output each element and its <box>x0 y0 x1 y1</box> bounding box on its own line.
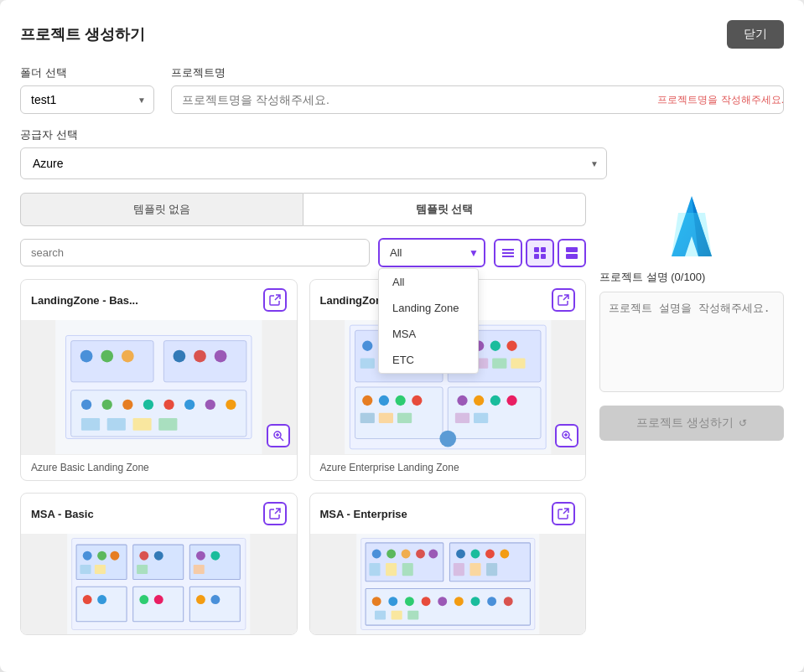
provider-section: 공급자 선택 Azure AWS GCP <box>20 127 784 179</box>
svg-rect-66 <box>360 413 374 423</box>
filter-option-all[interactable]: All <box>379 269 478 295</box>
svg-point-25 <box>184 400 195 410</box>
svg-point-61 <box>412 395 422 406</box>
project-name-error: 프로젝트명을 작성해주세요. <box>657 93 784 107</box>
project-desc-label: 프로젝트 설명 (0/100) <box>599 270 705 285</box>
filter-option-etc[interactable]: ETC <box>379 347 478 373</box>
svg-rect-80 <box>189 545 240 579</box>
template-card-header-3: MSA - Basic <box>21 494 297 534</box>
filter-select[interactable]: All Landing Zone MSA ETC <box>378 238 485 267</box>
zoom-icon-1[interactable] <box>267 424 290 447</box>
svg-point-112 <box>485 550 494 559</box>
svg-point-21 <box>102 400 112 410</box>
folder-group: 폴더 선택 test1 test2 <box>20 65 154 114</box>
view-grid-button[interactable] <box>526 239 554 267</box>
spinner-icon: ↺ <box>739 417 747 429</box>
svg-rect-88 <box>80 565 91 574</box>
diagram-svg-3 <box>21 534 297 634</box>
provider-select[interactable]: Azure AWS GCP <box>20 147 607 179</box>
svg-point-60 <box>395 395 405 406</box>
svg-rect-91 <box>194 565 205 574</box>
svg-point-96 <box>97 595 106 604</box>
provider-select-wrapper: Azure AWS GCP <box>20 147 607 179</box>
svg-point-63 <box>474 395 484 406</box>
create-project-button[interactable]: 프로젝트 생성하기↺ <box>599 406 784 441</box>
svg-point-81 <box>83 551 92 561</box>
template-card-header-1: LandingZone - Bas... <box>21 280 297 320</box>
svg-point-124 <box>421 597 430 606</box>
svg-point-85 <box>154 551 163 561</box>
svg-point-17 <box>194 350 206 363</box>
left-panel: 템플릿 없음 템플릿 선택 All Landing Zone MSA ETC ▼ <box>20 193 586 635</box>
template-link-icon-1[interactable] <box>263 288 287 312</box>
svg-point-14 <box>101 350 113 363</box>
template-card-header-4: MSA - Enterprise <box>310 494 586 534</box>
view-list-button[interactable] <box>494 239 522 267</box>
search-filter-row: All Landing Zone MSA ETC ▼ All Landing Z… <box>20 238 586 267</box>
close-button[interactable]: 닫기 <box>727 20 784 49</box>
template-title-1: LandingZone - Bas... <box>31 294 138 307</box>
project-desc-input[interactable] <box>599 292 784 392</box>
svg-point-129 <box>503 597 512 606</box>
svg-rect-1 <box>502 252 514 254</box>
svg-rect-94 <box>189 587 240 621</box>
template-title-4: MSA - Enterprise <box>320 508 407 520</box>
folder-select[interactable]: test1 test2 <box>20 85 154 114</box>
filter-option-landingzone[interactable]: Landing Zone <box>379 295 478 321</box>
link-icon-4 <box>558 508 569 520</box>
svg-rect-78 <box>76 545 127 579</box>
project-name-group: 프로젝트명 프로젝트명을 작성해주세요. <box>171 65 784 114</box>
svg-point-47 <box>506 341 516 351</box>
svg-rect-114 <box>369 563 380 576</box>
svg-point-110 <box>456 550 465 559</box>
template-link-icon-3[interactable] <box>263 502 287 525</box>
svg-rect-131 <box>391 611 402 620</box>
diagram-svg-1 <box>21 320 297 454</box>
svg-rect-90 <box>137 565 148 574</box>
template-title-3: MSA - Basic <box>31 508 94 520</box>
svg-rect-31 <box>158 418 177 431</box>
template-card-landing-basic: LandingZone - Bas... <box>20 279 298 481</box>
svg-point-108 <box>416 550 425 559</box>
svg-point-100 <box>210 595 220 604</box>
tab-no-template[interactable]: 템플릿 없음 <box>20 193 303 226</box>
svg-rect-67 <box>378 413 392 423</box>
view-large-grid-button[interactable] <box>558 239 586 267</box>
svg-rect-93 <box>133 587 184 621</box>
link-icon-1 <box>269 294 281 306</box>
zoom-icon-2[interactable] <box>555 424 578 447</box>
svg-point-113 <box>500 550 509 559</box>
svg-rect-132 <box>407 611 418 620</box>
svg-rect-119 <box>486 563 497 576</box>
svg-point-83 <box>110 551 119 561</box>
folder-label: 폴더 선택 <box>20 65 154 80</box>
template-image-4 <box>310 534 586 634</box>
svg-point-121 <box>371 597 381 606</box>
list-view-icon <box>501 246 515 260</box>
svg-rect-116 <box>402 563 412 576</box>
svg-rect-68 <box>397 413 411 423</box>
svg-point-109 <box>428 550 438 559</box>
template-link-icon-2[interactable] <box>552 288 575 312</box>
svg-rect-0 <box>502 249 514 251</box>
main-content: 템플릿 없음 템플릿 선택 All Landing Zone MSA ETC ▼ <box>20 193 784 635</box>
template-link-icon-4[interactable] <box>552 502 575 525</box>
grid-view-icon <box>533 246 547 260</box>
template-tabs: 템플릿 없음 템플릿 선택 <box>20 193 586 226</box>
svg-point-64 <box>490 395 500 406</box>
svg-point-87 <box>210 551 220 561</box>
provider-label: 공급자 선택 <box>20 127 784 142</box>
search-input[interactable] <box>20 239 370 266</box>
link-icon-3 <box>269 508 281 520</box>
tab-select-template[interactable]: 템플릿 선택 <box>303 193 586 226</box>
template-card-msa-basic: MSA - Basic <box>20 493 298 635</box>
svg-point-24 <box>163 400 174 410</box>
svg-rect-6 <box>541 254 546 259</box>
svg-point-97 <box>139 595 148 604</box>
svg-rect-29 <box>107 418 126 431</box>
filter-option-msa[interactable]: MSA <box>379 321 478 347</box>
svg-rect-3 <box>534 247 539 252</box>
svg-point-46 <box>490 341 500 351</box>
svg-rect-28 <box>81 418 100 431</box>
svg-point-40 <box>362 341 372 351</box>
